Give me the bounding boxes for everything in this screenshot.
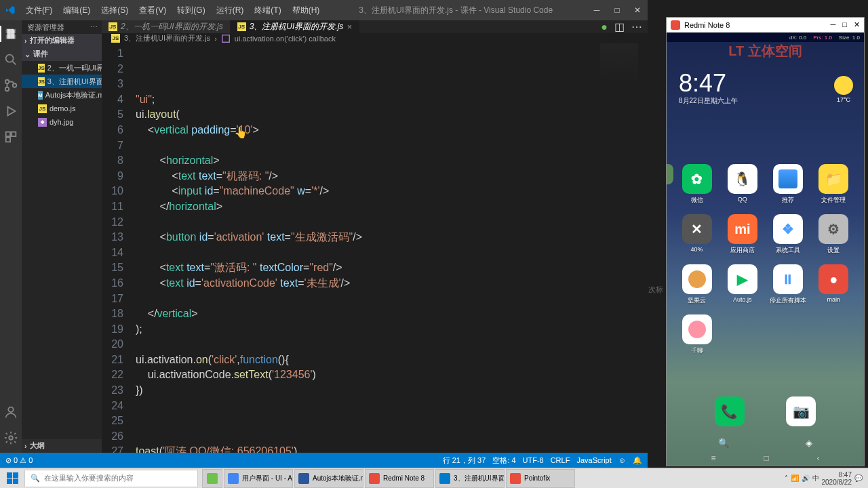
minimap[interactable] — [600, 43, 638, 84]
menu-item[interactable]: 转到(G) — [172, 5, 210, 16]
feedback-icon[interactable]: ☺ — [618, 456, 626, 464]
run-icon[interactable]: ● — [601, 21, 608, 33]
folder-section[interactable]: ⌄课件 — [22, 47, 102, 61]
nav-bar: ≡ □ ‹ — [667, 453, 864, 463]
close-button[interactable]: ✕ — [627, 0, 648, 20]
js-icon: JS — [237, 22, 246, 31]
app-launcher[interactable]: 坚果云 — [676, 264, 717, 305]
more-icon[interactable]: ⋯ — [631, 20, 641, 33]
app-icon — [773, 164, 803, 194]
file-item[interactable]: JS3、注册机UI界面的开... — [22, 75, 102, 88]
clock[interactable]: 8:472020/8/22 — [822, 471, 852, 486]
svg-rect-6 — [6, 138, 10, 142]
taskbar-search[interactable]: 🔍 在这里输入你要搜索的内容 — [24, 470, 198, 487]
close-icon[interactable]: × — [347, 22, 352, 32]
breadcrumb-symbol[interactable]: ui.activation.on('click') callback — [235, 35, 336, 43]
app-launcher[interactable]: ▶Auto.js — [722, 264, 763, 305]
menu-item[interactable]: 运行(R) — [211, 5, 250, 16]
app-launcher[interactable]: ⏸停止所有脚本 — [768, 264, 809, 305]
breadcrumb-file[interactable]: 3、注册机UI界面的开发.js — [124, 33, 210, 43]
maximize-button[interactable]: □ — [842, 20, 847, 29]
svg-point-8 — [9, 436, 13, 440]
explorer-icon[interactable] — [3, 26, 19, 42]
network-icon[interactable]: 📶 — [791, 474, 799, 482]
system-tray[interactable]: ˄ 📶 🔊 中 8:472020/8/22 💬 — [779, 471, 869, 486]
recents-button[interactable]: ≡ — [711, 453, 715, 463]
settings-icon[interactable] — [3, 430, 19, 446]
menu-item[interactable]: 终端(T) — [249, 5, 286, 16]
app-launcher[interactable]: 推荐 — [768, 164, 809, 205]
maximize-button[interactable]: □ — [607, 0, 627, 20]
phone-app[interactable]: 📞 — [715, 396, 745, 426]
search-icon[interactable] — [3, 52, 19, 68]
menu-item[interactable]: 帮助(H) — [287, 5, 326, 16]
editor-tab[interactable]: JS3、注册机UI界面的开发.js× — [231, 20, 359, 33]
assistant-icon[interactable]: ◈ — [806, 438, 812, 448]
back-button[interactable]: ‹ — [817, 453, 820, 463]
encoding[interactable]: UTF-8 — [523, 456, 544, 464]
taskbar-app[interactable]: 用户界面 - UI - Au... — [224, 469, 293, 488]
bell-icon[interactable]: 🔔 — [633, 456, 642, 465]
code-area[interactable]: 1234567891011121314151617181920212223242… — [102, 43, 648, 453]
taskbar-app[interactable]: 3、注册机UI界面... — [435, 469, 505, 488]
app-launcher[interactable]: ✿微信 — [676, 164, 717, 205]
eol[interactable]: CRLF — [551, 456, 570, 464]
file-item[interactable]: JSdemo.js — [22, 102, 102, 115]
app-launcher[interactable]: mi应用商店 — [722, 214, 763, 255]
taskbar-app[interactable]: Autojs本地验证.m... — [294, 469, 363, 488]
minimize-button[interactable]: ─ — [831, 20, 836, 29]
editor-tab[interactable]: JS2、一机一码UI界面的开发.js — [102, 20, 231, 33]
account-icon[interactable] — [3, 404, 19, 420]
phone-screen[interactable]: LT 立体空间 8:47 8月22日星期六上午 17°C ✿微信🐧QQ推荐📁文件… — [667, 42, 864, 466]
taskbar-app[interactable]: Pointofix — [506, 469, 575, 488]
extensions-icon[interactable] — [3, 129, 19, 145]
search-icon[interactable]: 🔍 — [718, 438, 729, 448]
language[interactable]: JavaScript — [576, 456, 611, 464]
minimize-button[interactable]: ─ — [587, 0, 607, 20]
more-icon[interactable]: ⋯ — [90, 23, 96, 32]
menu-item[interactable]: 文件(F) — [20, 5, 58, 16]
app-launcher[interactable]: 🐧QQ — [722, 164, 763, 205]
outline-section[interactable]: ›大纲 — [22, 439, 102, 453]
menu-item[interactable]: 选择(S) — [96, 5, 134, 16]
volume-icon[interactable]: 🔊 — [802, 474, 810, 482]
taskbar-apps: 用户界面 - UI - Au...Autojs本地验证.m...Redmi No… — [202, 469, 576, 488]
app-icon: ● — [818, 264, 848, 294]
split-icon[interactable]: ◫ — [614, 20, 625, 33]
chevron-up-icon[interactable]: ˄ — [785, 474, 788, 482]
cursor-pos[interactable]: 行 21，列 37 — [443, 455, 486, 466]
file-item[interactable]: MAutojs本地验证.md — [22, 88, 102, 102]
touch-status: dX: 0.0Prs: 1.0Size: 1.0 — [667, 33, 864, 42]
app-launcher[interactable]: 📁文件管理 — [813, 164, 854, 205]
home-button[interactable]: □ — [764, 453, 768, 463]
code-lines[interactable]: "ui";ui.layout( <vertical padding='10'> … — [136, 43, 362, 453]
app-launcher[interactable]: 千聊 — [676, 314, 717, 355]
menu-item[interactable]: 编辑(E) — [58, 5, 96, 16]
breadcrumb[interactable]: JS 3、注册机UI界面的开发.js › ui.activation.on('c… — [102, 33, 648, 43]
scm-icon[interactable] — [3, 77, 19, 94]
clock: 8:47 — [679, 69, 738, 98]
app-launcher[interactable]: ❖系统工具 — [768, 214, 809, 255]
taskbar-app[interactable] — [202, 469, 222, 488]
run-icon[interactable] — [3, 103, 19, 119]
start-button[interactable] — [0, 468, 24, 489]
close-button[interactable]: ✕ — [854, 20, 860, 29]
app-launcher[interactable]: ✕40% — [676, 214, 717, 255]
svg-rect-5 — [12, 132, 16, 136]
quick-row: 🔍 ◈ — [667, 438, 864, 448]
notifications-icon[interactable]: 💬 — [854, 474, 863, 482]
open-editors-section[interactable]: ›打开的编辑器 — [22, 34, 102, 47]
problems[interactable]: ⊘ 0 ⚠ 0 — [5, 456, 33, 465]
file-item[interactable]: ◆dyh.jpg — [22, 115, 102, 129]
taskbar-app[interactable]: Redmi Note 8 — [365, 469, 434, 488]
app-launcher[interactable]: ●main — [813, 264, 854, 305]
camera-app[interactable]: 📷 — [786, 396, 816, 426]
indent[interactable]: 空格: 4 — [492, 455, 515, 466]
ime-icon[interactable]: 中 — [812, 474, 819, 483]
menu-item[interactable]: 查看(V) — [134, 5, 172, 16]
status-bar: ⊘ 0 ⚠ 0 行 21，列 37 空格: 4 UTF-8 CRLF JavaS… — [0, 453, 648, 468]
file-item[interactable]: JS2、一机一码UI界面的... — [22, 61, 102, 75]
weather-widget[interactable]: 17°C — [834, 76, 853, 103]
titlebar: 文件(F)编辑(E)选择(S)查看(V)转到(G)运行(R)终端(T)帮助(H)… — [0, 0, 648, 20]
app-launcher[interactable]: ⚙设置 — [813, 214, 854, 255]
